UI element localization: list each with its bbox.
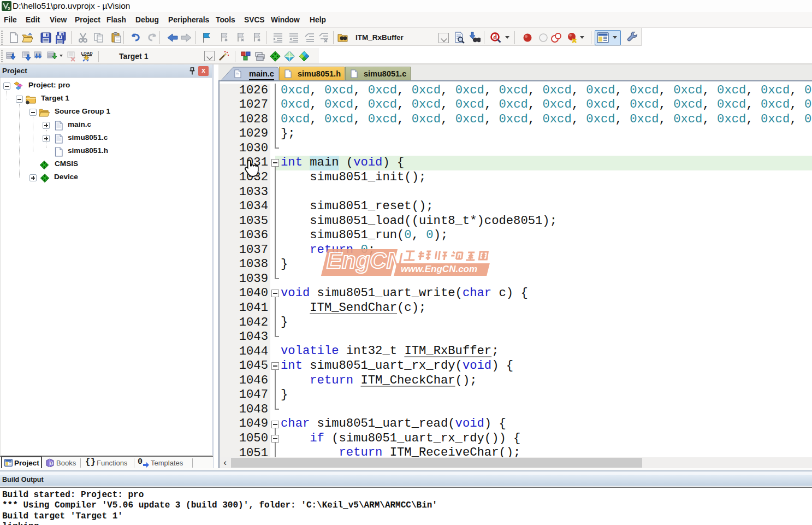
svg-text:LOAD: LOAD [81, 51, 93, 56]
svg-text:d: d [493, 33, 497, 41]
svg-text:5: 5 [8, 6, 10, 11]
svg-text:?: ? [50, 462, 52, 465]
